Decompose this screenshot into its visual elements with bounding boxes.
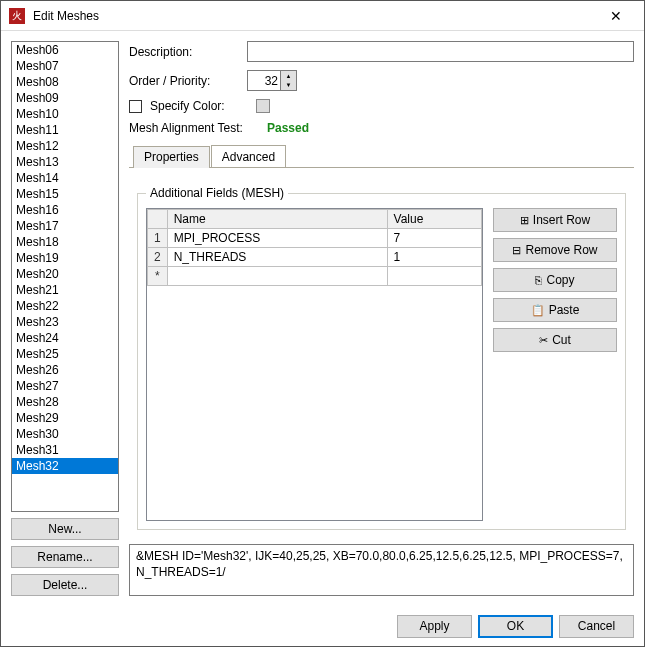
mesh-list-item[interactable]: Mesh06 xyxy=(12,42,118,58)
cell-value[interactable]: 1 xyxy=(387,248,481,267)
alignment-label: Mesh Alignment Test: xyxy=(129,121,259,135)
specify-color-checkbox[interactable] xyxy=(129,100,142,113)
fieldset-legend: Additional Fields (MESH) xyxy=(146,186,288,200)
description-label: Description: xyxy=(129,45,239,59)
mesh-list[interactable]: Mesh06Mesh07Mesh08Mesh09Mesh10Mesh11Mesh… xyxy=(11,41,119,512)
copy-button[interactable]: ⎘Copy xyxy=(493,268,617,292)
order-input[interactable] xyxy=(248,71,280,90)
mesh-list-item[interactable]: Mesh29 xyxy=(12,410,118,426)
cell-name[interactable] xyxy=(167,267,387,286)
mesh-list-item[interactable]: Mesh15 xyxy=(12,186,118,202)
titlebar: 火 Edit Meshes ✕ xyxy=(1,1,644,31)
tab-properties[interactable]: Properties xyxy=(133,146,210,168)
alignment-status: Passed xyxy=(267,121,309,135)
cut-button[interactable]: ✂Cut xyxy=(493,328,617,352)
cut-icon: ✂ xyxy=(539,334,548,347)
mesh-list-item[interactable]: Mesh10 xyxy=(12,106,118,122)
color-swatch[interactable] xyxy=(256,99,270,113)
order-row: Order / Priority: ▲ ▼ xyxy=(129,70,634,91)
mesh-list-item[interactable]: Mesh23 xyxy=(12,314,118,330)
specify-color-label: Specify Color: xyxy=(150,99,246,113)
paste-button[interactable]: 📋Paste xyxy=(493,298,617,322)
col-rownum xyxy=(148,210,168,229)
mesh-list-item[interactable]: Mesh20 xyxy=(12,266,118,282)
dialog-footer: Apply OK Cancel xyxy=(1,606,644,646)
cancel-button[interactable]: Cancel xyxy=(559,615,634,638)
grid-buttons: ⊞Insert Row ⊟Remove Row ⎘Copy 📋Paste ✂Cu… xyxy=(493,208,617,521)
additional-fields-fieldset: Additional Fields (MESH) Name Value xyxy=(137,186,626,530)
alignment-row: Mesh Alignment Test: Passed xyxy=(129,121,634,135)
rename-button[interactable]: Rename... xyxy=(11,546,119,568)
table-row[interactable]: 1MPI_PROCESS7 xyxy=(148,229,482,248)
close-icon: ✕ xyxy=(610,8,622,24)
order-label: Order / Priority: xyxy=(129,74,239,88)
right-column: Description: Order / Priority: ▲ ▼ xyxy=(129,41,634,596)
row-number: 2 xyxy=(148,248,168,267)
dialog-content: Mesh06Mesh07Mesh08Mesh09Mesh10Mesh11Mesh… xyxy=(1,31,644,606)
mesh-list-item[interactable]: Mesh07 xyxy=(12,58,118,74)
cell-value[interactable] xyxy=(387,267,481,286)
edit-meshes-dialog: 火 Edit Meshes ✕ Mesh06Mesh07Mesh08Mesh09… xyxy=(0,0,645,647)
app-icon: 火 xyxy=(9,8,25,24)
mesh-list-item[interactable]: Mesh27 xyxy=(12,378,118,394)
mesh-list-item[interactable]: Mesh32 xyxy=(12,458,118,474)
insert-row-button[interactable]: ⊞Insert Row xyxy=(493,208,617,232)
mesh-list-item[interactable]: Mesh17 xyxy=(12,218,118,234)
order-spinner[interactable]: ▲ ▼ xyxy=(247,70,297,91)
insert-row-icon: ⊞ xyxy=(520,214,529,227)
mesh-list-item[interactable]: Mesh21 xyxy=(12,282,118,298)
row-number: 1 xyxy=(148,229,168,248)
remove-row-button[interactable]: ⊟Remove Row xyxy=(493,238,617,262)
apply-button[interactable]: Apply xyxy=(397,615,472,638)
mesh-list-item[interactable]: Mesh26 xyxy=(12,362,118,378)
form-area: Description: Order / Priority: ▲ ▼ xyxy=(129,41,634,538)
mesh-list-item[interactable]: Mesh12 xyxy=(12,138,118,154)
copy-icon: ⎘ xyxy=(535,274,542,286)
fields-grid[interactable]: Name Value 1MPI_PROCESS72N_THREADS1* xyxy=(146,208,483,521)
spinner-up[interactable]: ▲ xyxy=(281,71,296,81)
mesh-list-item[interactable]: Mesh09 xyxy=(12,90,118,106)
mesh-list-item[interactable]: Mesh08 xyxy=(12,74,118,90)
mesh-list-item[interactable]: Mesh11 xyxy=(12,122,118,138)
mesh-list-item[interactable]: Mesh18 xyxy=(12,234,118,250)
mesh-list-item[interactable]: Mesh25 xyxy=(12,346,118,362)
cell-name[interactable]: MPI_PROCESS xyxy=(167,229,387,248)
spinner-down[interactable]: ▼ xyxy=(281,81,296,91)
ok-button[interactable]: OK xyxy=(478,615,553,638)
tab-advanced[interactable]: Advanced xyxy=(211,145,286,167)
close-button[interactable]: ✕ xyxy=(596,2,636,30)
mesh-list-item[interactable]: Mesh16 xyxy=(12,202,118,218)
mesh-list-item[interactable]: Mesh14 xyxy=(12,170,118,186)
advanced-panel: Additional Fields (MESH) Name Value xyxy=(129,176,634,538)
mesh-list-item[interactable]: Mesh24 xyxy=(12,330,118,346)
mesh-list-item[interactable]: Mesh13 xyxy=(12,154,118,170)
remove-row-icon: ⊟ xyxy=(512,244,521,257)
mesh-list-item[interactable]: Mesh28 xyxy=(12,394,118,410)
description-input[interactable] xyxy=(247,41,634,62)
cell-value[interactable]: 7 xyxy=(387,229,481,248)
description-row: Description: xyxy=(129,41,634,62)
mesh-list-item[interactable]: Mesh22 xyxy=(12,298,118,314)
mesh-output[interactable]: &MESH ID='Mesh32', IJK=40,25,25, XB=70.0… xyxy=(129,544,634,596)
window-title: Edit Meshes xyxy=(33,9,596,23)
table-row[interactable]: 2N_THREADS1 xyxy=(148,248,482,267)
paste-icon: 📋 xyxy=(531,304,545,317)
col-value-header[interactable]: Value xyxy=(387,210,481,229)
cell-name[interactable]: N_THREADS xyxy=(167,248,387,267)
color-row: Specify Color: xyxy=(129,99,634,113)
col-name-header[interactable]: Name xyxy=(167,210,387,229)
mesh-list-item[interactable]: Mesh30 xyxy=(12,426,118,442)
mesh-list-item[interactable]: Mesh19 xyxy=(12,250,118,266)
tab-strip: Properties Advanced xyxy=(129,145,634,168)
new-button[interactable]: New... xyxy=(11,518,119,540)
delete-button[interactable]: Delete... xyxy=(11,574,119,596)
left-column: Mesh06Mesh07Mesh08Mesh09Mesh10Mesh11Mesh… xyxy=(11,41,119,596)
table-row[interactable]: * xyxy=(148,267,482,286)
mesh-list-item[interactable]: Mesh31 xyxy=(12,442,118,458)
row-number: * xyxy=(148,267,168,286)
